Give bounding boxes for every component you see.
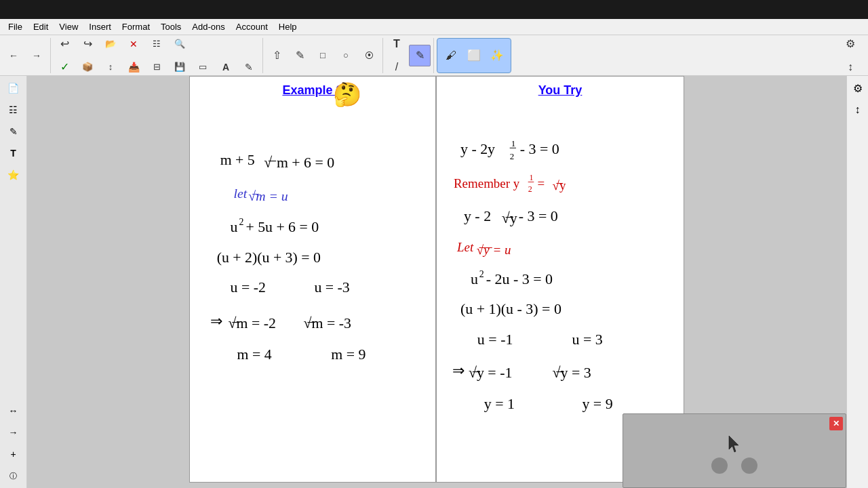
svg-text:y = 1: y = 1: [484, 395, 515, 412]
text-tool[interactable]: T: [386, 33, 408, 55]
sidebar-grid-btn[interactable]: ☷: [4, 100, 23, 119]
toolbar-group-highlight: 🖌 ⬜ ✨: [437, 38, 511, 73]
delete-button[interactable]: ✕: [123, 33, 144, 55]
back-button[interactable]: ←: [3, 45, 24, 66]
svg-text:m = 4: m = 4: [237, 346, 272, 363]
svg-text:u = -1: u = -1: [477, 331, 513, 348]
sidebar-star-btn[interactable]: ⭐: [4, 165, 23, 184]
toolbar-group-draw: T / ✎: [386, 38, 434, 73]
highlighter-tool[interactable]: 🖌: [440, 45, 462, 66]
forward-button[interactable]: →: [26, 45, 47, 66]
minus-btn[interactable]: ⊟: [146, 56, 167, 78]
pen-tool[interactable]: ✎: [409, 45, 431, 66]
svg-text:u = 3: u = 3: [572, 331, 602, 348]
menu-tools[interactable]: Tools: [155, 20, 186, 33]
menu-help[interactable]: Help: [273, 20, 302, 33]
toolbar-group-pointer: ⇧ ✎ □ ○ ⦿: [266, 38, 383, 73]
shape-tool[interactable]: □: [312, 45, 334, 66]
svg-text:u = -3: u = -3: [314, 279, 349, 296]
toolbar-group-settings: ⚙ ↕: [840, 38, 864, 73]
youtry-title[interactable]: You Try: [447, 83, 673, 98]
svg-text:- 2u - 3 = 0: - 2u - 3 = 0: [486, 270, 553, 287]
rect-button[interactable]: ▭: [192, 56, 214, 78]
package-button[interactable]: 📦: [77, 56, 98, 78]
menu-edit[interactable]: Edit: [28, 20, 54, 33]
svg-text:√y = u: √y = u: [477, 243, 511, 257]
bottom-overlay-panel: ✕: [623, 413, 846, 488]
svg-text:y - 2: y - 2: [464, 207, 491, 224]
open-button[interactable]: 📂: [100, 33, 121, 55]
svg-text:2: 2: [528, 185, 532, 195]
svg-text:let: let: [234, 186, 248, 201]
svg-text:√m = u: √m = u: [248, 188, 288, 203]
whiteboard: Example 2 🤔 m + 5 _ √ m + 6 = 0 let _ √m…: [189, 76, 684, 483]
sidebar-arrow-left[interactable]: ↔: [4, 401, 23, 420]
svg-text:+ 5u + 6 = 0: + 5u + 6 = 0: [245, 219, 319, 235]
sidebar-arrow-right[interactable]: →: [4, 423, 23, 442]
undo-button[interactable]: ↩: [54, 33, 75, 55]
settings-button[interactable]: ⚙: [840, 33, 861, 55]
pencil-tool[interactable]: ✎: [289, 45, 311, 66]
svg-text:(u + 2)(u + 3) = 0: (u + 2)(u + 3) = 0: [217, 249, 321, 266]
zoom-button[interactable]: 🔍: [169, 33, 191, 55]
menu-insert[interactable]: Insert: [83, 20, 117, 33]
svg-text:(u + 1)(u - 3) = 0: (u + 1)(u - 3) = 0: [460, 300, 561, 317]
arrow-updown-button[interactable]: ↕: [100, 56, 121, 78]
svg-text:y - 2y: y - 2y: [460, 140, 495, 157]
example-title[interactable]: Example 2: [200, 83, 425, 98]
sidebar-add-btn[interactable]: +: [4, 445, 23, 464]
pencil-small-button[interactable]: ✎: [238, 56, 260, 78]
svg-text:2: 2: [479, 269, 484, 279]
sidebar-pen-btn[interactable]: ✎: [4, 122, 23, 141]
cursor-indicator: [728, 434, 741, 458]
check-button[interactable]: ✓: [54, 56, 75, 78]
thinking-emoji: 🤔: [333, 81, 361, 108]
sidebar-right-settings[interactable]: ⚙: [848, 79, 867, 98]
toolbar: ← → ↩ ↪ 📂 ✕ ☷ 🔍 ✓ 📦 ↕ 📥 ⊟ 💾 ▭ A ✎: [0, 35, 868, 76]
svg-text:√y: √y: [502, 209, 517, 226]
font-button[interactable]: A: [215, 56, 237, 78]
close-overlay-button[interactable]: ✕: [829, 417, 843, 430]
table-button[interactable]: ☷: [146, 33, 167, 55]
svg-text:- 3 = 0: - 3 = 0: [519, 207, 558, 224]
svg-text:2: 2: [510, 151, 514, 161]
eraser-tool[interactable]: ⬜: [463, 45, 485, 66]
floppy-button[interactable]: 💾: [169, 56, 191, 78]
menu-file[interactable]: File: [3, 20, 28, 33]
example-panel: Example 2 🤔 m + 5 _ √ m + 6 = 0 let _ √m…: [190, 77, 437, 482]
menu-format[interactable]: Format: [117, 20, 155, 33]
line-tool[interactable]: /: [386, 56, 408, 78]
resize-button[interactable]: ↕: [840, 56, 861, 78]
svg-text:2: 2: [239, 217, 243, 227]
menu-view[interactable]: View: [54, 20, 83, 33]
menu-account[interactable]: Account: [231, 20, 273, 33]
sidebar-page-btn[interactable]: 📄: [4, 79, 23, 98]
svg-text:√m = -3: √m = -3: [304, 315, 351, 331]
sidebar-info-btn[interactable]: ⓘ: [4, 466, 23, 485]
svg-text:Let: Let: [456, 240, 474, 254]
sidebar-text-btn[interactable]: T: [4, 144, 23, 163]
toolbar-group-nav: ← →: [3, 38, 51, 73]
svg-text:√y = 3: √y = 3: [553, 364, 591, 381]
save-button[interactable]: 📥: [123, 56, 144, 78]
bottom-dots: [711, 458, 757, 474]
magic-tool[interactable]: ✨: [486, 45, 508, 66]
toolbar-group-history: ↩ ↪ 📂 ✕ ☷ 🔍 ✓ 📦 ↕ 📥 ⊟ 💾 ▭ A ✎: [54, 38, 263, 73]
canvas-area: Example 2 🤔 m + 5 _ √ m + 6 = 0 let _ √m…: [27, 76, 846, 488]
svg-text:⇒: ⇒: [210, 313, 222, 329]
svg-text:m + 6 = 0: m + 6 = 0: [277, 155, 334, 171]
svg-text:⇒: ⇒: [452, 362, 465, 379]
lasso-tool[interactable]: ⦿: [358, 45, 380, 66]
dot-1: [711, 458, 728, 474]
circle-tool[interactable]: ○: [335, 45, 357, 66]
sidebar-right: ⚙ ↕: [846, 76, 868, 488]
svg-text:√y = -1: √y = -1: [469, 364, 513, 381]
select-tool[interactable]: ⇧: [266, 45, 288, 66]
redo-button[interactable]: ↪: [77, 33, 98, 55]
sidebar-right-resize[interactable]: ↕: [848, 100, 867, 119]
svg-text:m + 5: m + 5: [220, 152, 255, 168]
svg-text:√: √: [264, 155, 272, 171]
menu-addons[interactable]: Add-ons: [186, 20, 230, 33]
svg-text:- 3 = 0: - 3 = 0: [520, 140, 559, 157]
svg-text:√y: √y: [553, 178, 566, 192]
